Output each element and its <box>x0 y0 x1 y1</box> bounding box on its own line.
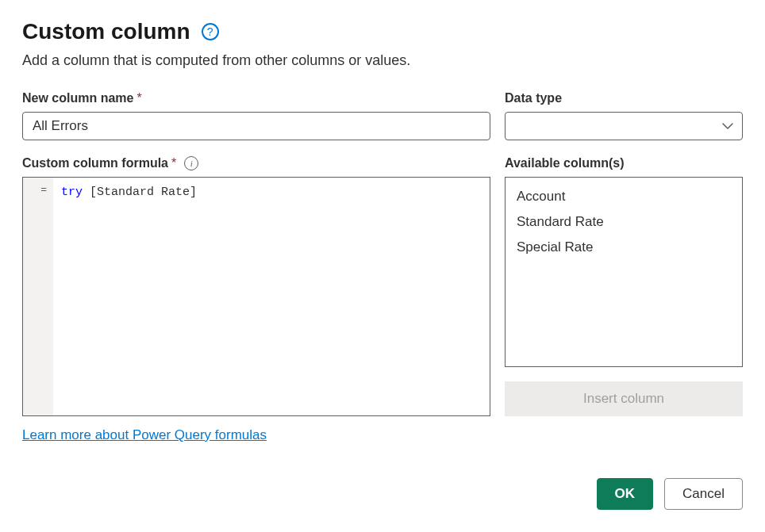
learn-more-row: Learn more about Power Query formulas <box>22 427 490 443</box>
dialog-subtitle: Add a column that is computed from other… <box>22 52 743 69</box>
dialog-header: Custom column ? <box>22 19 743 44</box>
equals-sign: = <box>40 184 47 415</box>
main-content: New column name * Custom column formula … <box>22 91 743 443</box>
list-item[interactable]: Standard Rate <box>506 209 742 235</box>
formula-label-row: Custom column formula * i <box>22 156 490 170</box>
column-name-input[interactable] <box>22 112 490 140</box>
list-item[interactable]: Account <box>506 184 742 209</box>
formula-label: Custom column formula * <box>22 156 176 170</box>
learn-more-link[interactable]: Learn more about Power Query formulas <box>22 427 267 442</box>
ok-button[interactable]: OK <box>597 478 654 510</box>
datatype-label: Data type <box>505 91 743 105</box>
required-marker: * <box>136 91 141 105</box>
formula-label-text: Custom column formula <box>22 156 168 170</box>
column-name-label-text: New column name <box>22 91 133 105</box>
available-label-text: Available column(s) <box>505 156 625 170</box>
left-column: New column name * Custom column formula … <box>22 91 490 443</box>
insert-column-button[interactable]: Insert column <box>505 381 743 416</box>
list-item[interactable]: Special Rate <box>506 235 742 260</box>
available-section: Available column(s) Account Standard Rat… <box>505 156 743 416</box>
right-column: Data type Available column(s) Account St… <box>505 91 743 443</box>
datatype-label-text: Data type <box>505 91 562 105</box>
required-marker: * <box>171 156 176 170</box>
formula-section: Custom column formula * i = try [Standar… <box>22 156 490 416</box>
formula-gutter: = <box>23 178 53 415</box>
info-icon[interactable]: i <box>184 156 198 170</box>
formula-keyword-try: try <box>61 186 83 199</box>
available-label: Available column(s) <box>505 156 743 170</box>
formula-editor[interactable]: = try [Standard Rate] <box>22 177 490 416</box>
column-name-label: New column name * <box>22 91 490 105</box>
dialog-title: Custom column <box>22 19 190 44</box>
available-columns-list[interactable]: Account Standard Rate Special Rate <box>505 177 743 367</box>
cancel-button[interactable]: Cancel <box>664 478 743 510</box>
formula-rest: [Standard Rate] <box>83 186 197 199</box>
help-icon[interactable]: ? <box>202 23 219 40</box>
datatype-select[interactable] <box>505 112 743 140</box>
dialog-footer: OK Cancel <box>597 478 743 510</box>
formula-content[interactable]: try [Standard Rate] <box>53 178 490 415</box>
datatype-select-wrapper <box>505 112 743 140</box>
